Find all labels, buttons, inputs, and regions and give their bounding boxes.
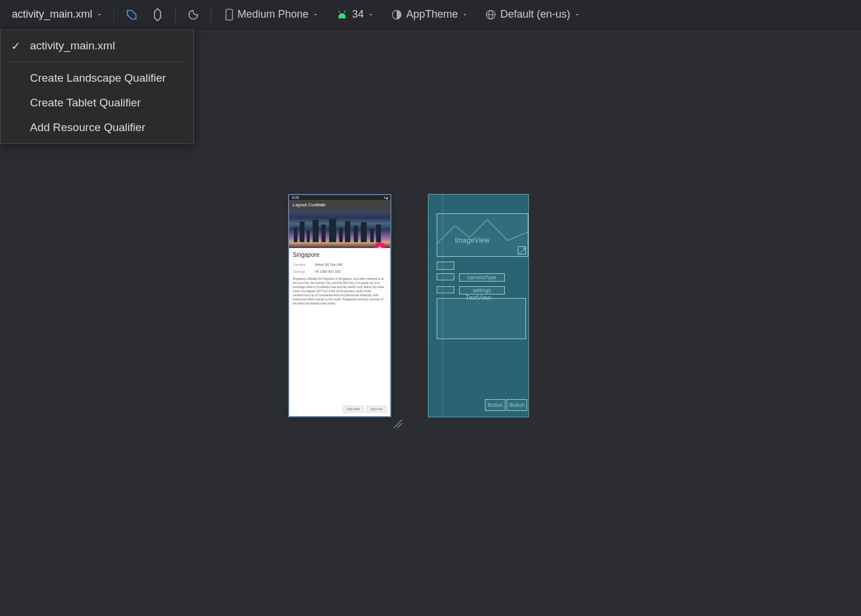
file-dropdown-menu: activity_main.xml Create Landscape Quali… [0,29,194,144]
design-blueprint-icon [125,8,138,21]
button-row: DISCARD UPLOAD [343,406,387,413]
device-selector[interactable]: Medium Phone [219,5,325,25]
fab-favorite[interactable] [374,242,386,248]
blueprint-preview-phone[interactable]: ImageView cameraType settings TextView B… [428,194,529,417]
blueprint-textview[interactable]: TextView [437,298,526,339]
app-title: Layout Codelab [293,202,326,207]
night-mode-button[interactable] [183,4,204,25]
blueprint-title[interactable] [437,262,454,270]
design-preview-phone[interactable]: 12:00 ▾◢ Layout Codelab [288,194,391,417]
blueprint-settings[interactable]: settings [459,286,505,294]
location-title: Singapore [293,252,387,258]
dropdown-item-activity-main[interactable]: activity_main.xml [1,34,193,58]
header-image [289,210,390,248]
blueprint-imageview-label: ImageView [455,236,490,245]
blueprint-button-1[interactable]: Button [485,399,505,411]
chevron-down-icon [312,11,319,18]
dropdown-item-tablet[interactable]: Create Tablet Qualifier [1,91,193,115]
design-view-button[interactable] [121,4,142,25]
blueprint-camera-label[interactable] [437,273,454,280]
file-selector-dropdown[interactable]: activity_main.xml [6,5,106,24]
blueprint-button-2[interactable]: Button [507,399,527,411]
chevron-down-icon [96,11,103,18]
contrast-icon [391,9,403,21]
file-name: activity_main.xml [12,8,92,21]
status-icons: ▾◢ [384,196,388,199]
theme-selector[interactable]: AppTheme [385,5,474,24]
phone-icon [225,8,234,21]
status-time: 12:00 [292,196,299,199]
settings-value: f/4 1/80 ISO 100 [315,270,341,273]
separator [211,6,212,23]
resize-handle[interactable] [393,419,403,429]
app-bar: Layout Codelab [289,200,390,210]
blueprint-imageview[interactable]: ImageView [437,213,528,257]
settings-label: Settings [293,270,310,273]
status-bar: 12:00 ▾◢ [289,195,390,200]
separator [113,6,114,23]
description-text: Singapore officially the Republic of Sin… [293,277,387,306]
blueprint-settings-label[interactable] [437,286,454,293]
svg-line-7 [394,420,402,428]
blueprint-camera-type[interactable]: cameraType [459,273,505,282]
android-icon [336,8,349,21]
content-area: Singapore Camera Nikon 34 Typ 240 Settin… [289,248,390,309]
moon-icon [187,9,199,21]
orientation-button[interactable] [147,4,168,25]
theme-name: AppTheme [406,8,458,21]
camera-label: Camera [293,263,310,266]
chevron-down-icon [574,11,581,18]
dropdown-item-landscape[interactable]: Create Landscape Qualifier [1,66,193,91]
chevron-down-icon [461,11,468,18]
svg-rect-0 [226,9,233,19]
dropdown-item-resource[interactable]: Add Resource Qualifier [1,115,193,140]
constraint-anchor-icon [518,246,526,255]
upload-button[interactable]: UPLOAD [366,406,387,413]
star-icon [377,245,383,248]
api-selector[interactable]: 34 [330,5,380,25]
locale-name: Default (en-us) [500,8,570,21]
device-name: Medium Phone [237,8,309,21]
rotate-icon [151,8,164,21]
blueprint-textview-label: TextView [465,294,491,301]
separator [175,6,176,23]
chevron-down-icon [367,11,374,18]
editor-toolbar: activity_main.xml Medium Phone [0,0,861,29]
locale-selector[interactable]: Default (en-us) [479,5,587,24]
svg-point-2 [343,15,344,16]
globe-icon [485,9,497,21]
dropdown-divider [9,62,185,62]
camera-value: Nikon 34 Typ 240 [315,263,343,266]
discard-button[interactable]: DISCARD [343,406,364,413]
svg-point-1 [340,15,341,16]
api-level: 34 [352,8,364,21]
